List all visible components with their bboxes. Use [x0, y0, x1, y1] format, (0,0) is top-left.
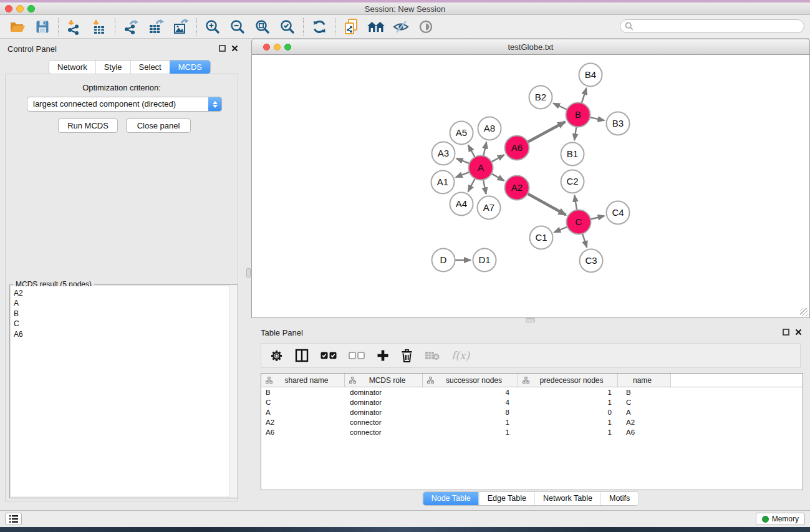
float-panel-icon[interactable]	[783, 329, 789, 336]
cell-name[interactable]: A6	[618, 428, 671, 436]
cell-mcds-role[interactable]: dominator	[345, 409, 423, 416]
node-a6[interactable]: A6	[505, 136, 529, 160]
cell-successor-nodes[interactable]: 4	[423, 399, 518, 406]
node-b4[interactable]: B4	[579, 64, 602, 87]
memory-button[interactable]: Memory	[756, 513, 805, 525]
edge-B-B1[interactable]	[574, 127, 576, 140]
edge-C-C1[interactable]	[554, 227, 567, 233]
node-a4[interactable]: A4	[450, 193, 473, 216]
cell-predecessor-nodes[interactable]: 0	[518, 409, 618, 416]
node-c4[interactable]: C4	[607, 201, 630, 225]
tab-style[interactable]: Style	[95, 60, 130, 74]
network-graph[interactable]: AA1A2A3A4A5A6A7A8BB1B2B3B4CC1C2C3C4DD1	[252, 55, 809, 317]
search-field[interactable]	[620, 19, 804, 33]
close-panel-icon[interactable]	[231, 45, 238, 52]
open-session-button[interactable]	[5, 17, 30, 37]
delete-column-button[interactable]	[401, 349, 413, 362]
result-item-a6[interactable]: A6	[14, 329, 236, 339]
cell-predecessor-nodes[interactable]: 1	[518, 399, 618, 406]
network-canvas[interactable]: AA1A2A3A4A5A6A7A8BB1B2B3B4CC1C2C3C4DD1	[251, 55, 810, 318]
close-panel-button[interactable]: Close panel	[126, 118, 191, 133]
cell-name[interactable]: A	[618, 409, 671, 416]
edge-A2-C[interactable]	[528, 193, 566, 215]
cell-shared-name[interactable]: C	[261, 399, 345, 406]
node-a1[interactable]: A1	[432, 171, 455, 194]
edge-A-A6[interactable]	[491, 155, 504, 162]
cell-mcds-role[interactable]: dominator	[345, 399, 423, 406]
float-panel-icon[interactable]	[219, 45, 226, 52]
column-header-mcds-role[interactable]: MCDS role	[345, 374, 423, 387]
hide-panels-button[interactable]	[388, 17, 413, 37]
zoom-fit-button[interactable]	[250, 17, 275, 37]
cell-successor-nodes[interactable]: 1	[423, 428, 518, 436]
network-window-titlebar[interactable]: testGlobe.txt	[251, 39, 810, 55]
cell-successor-nodes[interactable]: 4	[423, 389, 518, 396]
cell-successor-nodes[interactable]: 1	[423, 418, 518, 426]
table-options-button[interactable]	[270, 349, 283, 362]
cell-predecessor-nodes[interactable]: 1	[518, 418, 618, 426]
edge-A-A7[interactable]	[483, 180, 486, 194]
edge-A-A1[interactable]	[456, 172, 470, 177]
show-columns-button[interactable]	[295, 349, 309, 362]
mcds-result-list[interactable]: A2ABCA6	[11, 286, 236, 496]
result-item-a2[interactable]: A2	[14, 288, 236, 298]
divider-handle-left[interactable]	[246, 268, 251, 278]
search-input[interactable]	[634, 21, 804, 32]
divider-handle-bottom[interactable]	[526, 318, 535, 322]
edge-C-C3[interactable]	[582, 234, 587, 248]
node-c1[interactable]: C1	[530, 226, 553, 249]
node-c[interactable]: C	[567, 210, 591, 235]
node-a2[interactable]: A2	[505, 176, 529, 200]
column-header-name[interactable]: name	[618, 374, 671, 387]
cell-predecessor-nodes[interactable]: 1	[518, 389, 618, 396]
select-all-button[interactable]	[321, 352, 337, 359]
export-network-button[interactable]	[118, 17, 143, 37]
edge-A-A4[interactable]	[468, 178, 475, 191]
cell-shared-name[interactable]: A6	[261, 428, 345, 436]
tab-edge-table[interactable]: Edge Table	[479, 492, 534, 505]
table-row-a6[interactable]: A6connector11A6	[261, 427, 803, 437]
table-row-a[interactable]: Adominator80A	[261, 407, 803, 417]
edge-B-B3[interactable]	[590, 117, 604, 120]
deselect-all-button[interactable]	[349, 352, 365, 359]
node-b3[interactable]: B3	[607, 112, 630, 135]
table-row-b[interactable]: Bdominator41B	[261, 387, 803, 397]
edge-A-A3[interactable]	[456, 158, 470, 163]
node-table[interactable]: shared nameMCDS rolesuccessor nodesprede…	[261, 373, 803, 490]
cell-mcds-role[interactable]: connector	[345, 418, 423, 426]
cell-shared-name[interactable]: A2	[261, 418, 345, 426]
edge-B-B2[interactable]	[553, 104, 567, 110]
cell-shared-name[interactable]: A	[261, 409, 345, 416]
home-button[interactable]	[364, 17, 388, 37]
edge-A-A2[interactable]	[491, 173, 504, 180]
cell-mcds-role[interactable]: connector	[345, 428, 423, 436]
add-column-button[interactable]	[377, 349, 389, 362]
cell-name[interactable]: C	[618, 399, 671, 406]
cell-name[interactable]: A2	[618, 418, 671, 426]
zoom-in-button[interactable]	[200, 17, 225, 37]
cell-predecessor-nodes[interactable]: 1	[518, 428, 618, 436]
column-header-predecessor-nodes[interactable]: predecessor nodes	[518, 374, 618, 387]
tab-mcds[interactable]: MCDS	[170, 60, 210, 74]
save-session-button[interactable]	[30, 17, 55, 37]
node-a[interactable]: A	[469, 156, 493, 180]
tab-node-table[interactable]: Node Table	[423, 492, 479, 505]
node-b[interactable]: B	[566, 103, 591, 127]
column-header-successor-nodes[interactable]: successor nodes	[423, 374, 518, 387]
tab-select[interactable]: Select	[130, 60, 170, 74]
node-d1[interactable]: D1	[473, 249, 496, 272]
table-row-c[interactable]: Cdominator41C	[261, 397, 803, 407]
node-a3[interactable]: A3	[432, 142, 455, 165]
edge-A6-B[interactable]	[528, 122, 565, 142]
import-network-button[interactable]	[62, 17, 87, 37]
edge-C-C2[interactable]	[574, 195, 577, 210]
result-item-b[interactable]: B	[14, 309, 236, 319]
window-resize-grip[interactable]	[800, 308, 808, 316]
edge-C-C4[interactable]	[591, 216, 604, 219]
refresh-button[interactable]	[307, 17, 332, 37]
clone-network-button[interactable]	[339, 17, 364, 37]
task-history-button[interactable]	[5, 513, 22, 525]
result-scrollbar[interactable]	[229, 285, 238, 498]
tab-motifs[interactable]: Motifs	[600, 492, 638, 505]
cell-name[interactable]: B	[618, 389, 671, 396]
